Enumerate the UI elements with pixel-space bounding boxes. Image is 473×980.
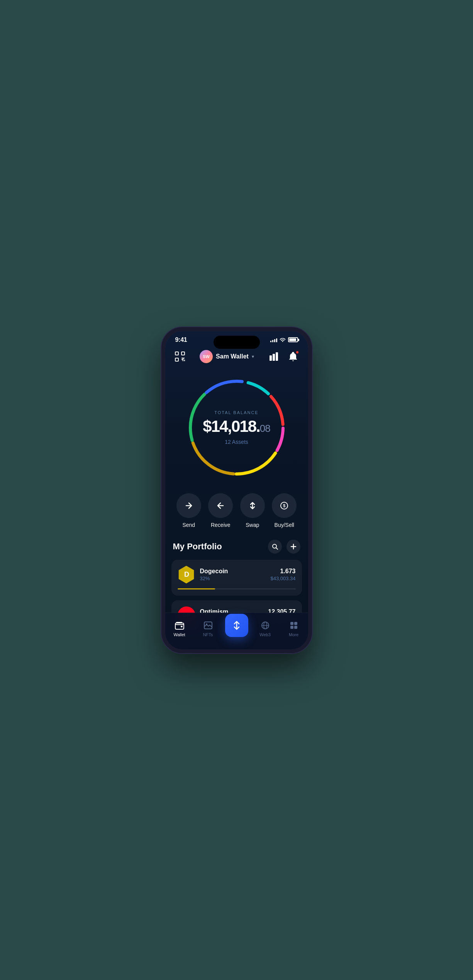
phone-frame: 9:41 bbox=[161, 327, 312, 653]
balance-main: $14,018. bbox=[203, 417, 260, 436]
portfolio-actions bbox=[268, 540, 300, 554]
swap-icon bbox=[240, 493, 265, 518]
swap-label: Swap bbox=[246, 522, 259, 528]
signal-bar-3 bbox=[274, 339, 275, 342]
status-icons bbox=[270, 337, 298, 343]
dynamic-island bbox=[214, 336, 260, 349]
svg-rect-0 bbox=[175, 352, 178, 355]
nav-wallet[interactable]: Wallet bbox=[168, 620, 191, 637]
avatar: SW bbox=[200, 350, 213, 363]
balance-cents: 08 bbox=[260, 423, 270, 435]
balance-ring: TOTAL BALANCE $14,018. 08 12 Assets bbox=[183, 374, 291, 482]
dogecoin-progress-fill bbox=[178, 588, 215, 589]
user-account-selector[interactable]: SW Sam Wallet ▾ bbox=[200, 350, 254, 363]
svg-rect-7 bbox=[270, 355, 272, 361]
svg-line-23 bbox=[276, 548, 278, 549]
svg-rect-37 bbox=[294, 626, 297, 629]
web3-icon bbox=[260, 620, 271, 631]
signal-bar-4 bbox=[276, 338, 277, 342]
signal-bar-2 bbox=[272, 340, 273, 342]
notification-button[interactable] bbox=[286, 350, 300, 363]
dogecoin-logo-text: D bbox=[184, 571, 189, 579]
receive-icon bbox=[208, 493, 233, 518]
bottom-nav: Wallet NFTs bbox=[165, 613, 308, 649]
chart-button[interactable] bbox=[267, 350, 281, 363]
receive-button[interactable]: Receive bbox=[208, 493, 233, 528]
dogecoin-values: 1.673 $43,003.34 bbox=[270, 568, 295, 581]
asset-card-dogecoin[interactable]: D Dogecoin 32% 1.673 $43,003.34 bbox=[171, 560, 302, 596]
portfolio-title: My Portfolio bbox=[173, 542, 222, 552]
balance-section: TOTAL BALANCE $14,018. 08 12 Assets bbox=[165, 370, 308, 493]
notification-dot bbox=[295, 350, 299, 354]
signal-bars-icon bbox=[270, 338, 277, 342]
user-name: Sam Wallet bbox=[216, 353, 249, 360]
balance-label: TOTAL BALANCE bbox=[203, 410, 270, 415]
swap-button[interactable]: Swap bbox=[240, 493, 265, 528]
buysell-label: Buy/Sell bbox=[275, 522, 294, 528]
dogecoin-name: Dogecoin bbox=[200, 568, 266, 575]
header-right-actions bbox=[267, 350, 300, 363]
svg-rect-36 bbox=[290, 626, 293, 629]
portfolio-header: My Portfolio bbox=[171, 540, 302, 554]
svg-rect-8 bbox=[273, 354, 275, 361]
chevron-down-icon: ▾ bbox=[252, 354, 254, 359]
nfts-nav-label: NFTs bbox=[203, 632, 213, 637]
status-time: 9:41 bbox=[175, 336, 187, 343]
buysell-button[interactable]: $ Buy/Sell bbox=[272, 493, 297, 528]
signal-bar-1 bbox=[270, 341, 271, 342]
dogecoin-logo: D bbox=[178, 566, 195, 584]
more-nav-label: More bbox=[289, 632, 298, 637]
wallet-nav-label: Wallet bbox=[173, 632, 185, 637]
scan-button[interactable] bbox=[173, 350, 187, 363]
nav-nfts[interactable]: NFTs bbox=[197, 620, 220, 637]
screen: 9:41 bbox=[165, 331, 308, 649]
more-icon bbox=[288, 620, 299, 631]
balance-amount: $14,018. 08 bbox=[203, 417, 270, 436]
wifi-icon bbox=[280, 337, 286, 343]
svg-rect-1 bbox=[181, 352, 185, 355]
dogecoin-info: Dogecoin 32% bbox=[200, 568, 266, 581]
battery-fill bbox=[289, 338, 296, 341]
header: SW Sam Wallet ▾ bbox=[165, 346, 308, 370]
nfts-icon bbox=[203, 620, 214, 631]
balance-assets: 12 Assets bbox=[203, 439, 270, 445]
portfolio-search-button[interactable] bbox=[268, 540, 282, 554]
nav-center-button[interactable] bbox=[225, 614, 248, 637]
portfolio-add-button[interactable] bbox=[287, 540, 300, 554]
dogecoin-usd: $43,003.34 bbox=[270, 576, 295, 581]
buysell-icon: $ bbox=[272, 493, 297, 518]
asset-row-dogecoin: D Dogecoin 32% 1.673 $43,003.34 bbox=[178, 566, 296, 584]
svg-rect-2 bbox=[175, 358, 178, 361]
balance-center: TOTAL BALANCE $14,018. 08 12 Assets bbox=[203, 410, 270, 445]
nav-web3[interactable]: Web3 bbox=[254, 620, 277, 637]
nav-more[interactable]: More bbox=[282, 620, 305, 637]
web3-nav-label: Web3 bbox=[259, 632, 271, 637]
battery-icon bbox=[288, 337, 298, 342]
actions-section: Send Receive bbox=[165, 493, 308, 540]
svg-rect-34 bbox=[290, 622, 293, 625]
send-label: Send bbox=[182, 522, 195, 528]
send-button[interactable]: Send bbox=[176, 493, 201, 528]
svg-rect-35 bbox=[294, 622, 297, 625]
wallet-icon bbox=[174, 620, 185, 631]
dogecoin-amount: 1.673 bbox=[270, 568, 295, 575]
send-icon bbox=[176, 493, 201, 518]
dogecoin-percent: 32% bbox=[200, 576, 266, 581]
svg-text:$: $ bbox=[283, 503, 285, 508]
dogecoin-progress-bar bbox=[178, 588, 296, 589]
receive-label: Receive bbox=[211, 522, 231, 528]
svg-rect-27 bbox=[181, 626, 183, 627]
svg-rect-9 bbox=[276, 352, 278, 361]
